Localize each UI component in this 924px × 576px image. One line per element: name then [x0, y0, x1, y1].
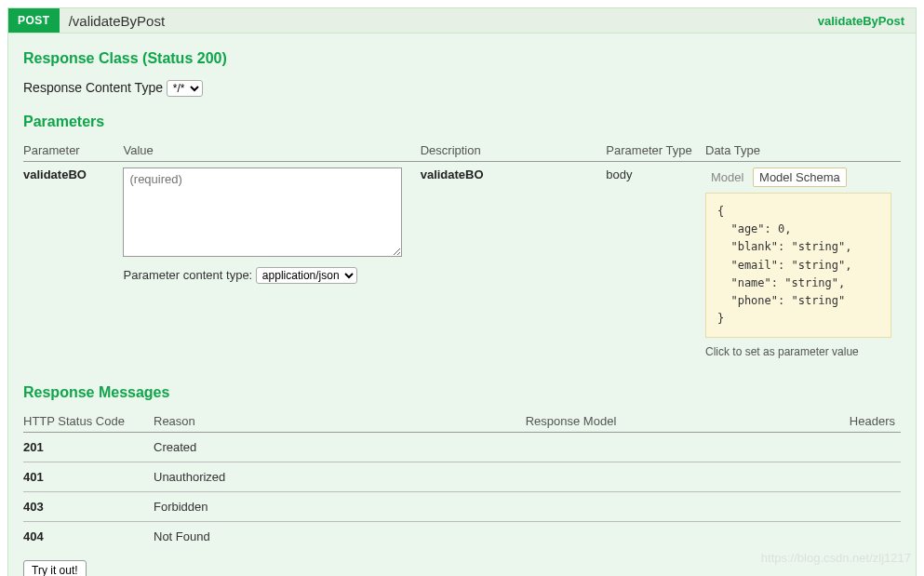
- resp-reason: Not Found: [154, 522, 358, 552]
- response-content-type-row: Response Content Type */*: [23, 80, 901, 97]
- col-status-code: HTTP Status Code: [23, 410, 154, 433]
- param-name-cell: validateBO: [23, 162, 123, 365]
- parameters-heading: Parameters: [23, 114, 901, 130]
- operation-header[interactable]: POST /validateByPost validateByPost: [7, 7, 917, 33]
- response-class-heading: Response Class (Status 200): [23, 50, 901, 67]
- resp-row: 404 Not Found: [23, 522, 901, 552]
- endpoint-path: /validateByPost: [60, 13, 818, 29]
- resp-reason: Created: [154, 433, 358, 462]
- resp-reason: Forbidden: [154, 492, 358, 522]
- col-description: Description: [421, 140, 607, 162]
- resp-row: 201 Created: [23, 433, 901, 462]
- operation-name: validateByPost: [818, 14, 916, 28]
- response-content-type-select[interactable]: */*: [167, 80, 203, 97]
- param-content-type-label: Parameter content type:: [123, 268, 252, 282]
- param-content-type-select[interactable]: application/json: [256, 267, 357, 284]
- param-value-input[interactable]: [123, 167, 402, 257]
- resp-code: 201: [23, 433, 154, 462]
- data-type-tabs: Model Model Schema: [705, 167, 891, 187]
- col-response-model: Response Model: [358, 410, 789, 433]
- resp-code: 404: [23, 522, 154, 552]
- response-messages-heading: Response Messages: [23, 384, 901, 401]
- col-data-type: Data Type: [705, 140, 901, 162]
- param-content-type-row: Parameter content type: application/json: [123, 267, 410, 284]
- response-messages-table: HTTP Status Code Reason Response Model H…: [23, 410, 901, 551]
- param-type-cell: body: [606, 162, 705, 365]
- operation-panel: Response Class (Status 200) Response Con…: [7, 33, 917, 576]
- tab-model[interactable]: Model: [705, 168, 749, 186]
- http-method-badge: POST: [8, 8, 60, 33]
- resp-code: 401: [23, 462, 154, 492]
- model-schema-box[interactable]: { "age": 0, "blank": "string", "email": …: [705, 193, 891, 338]
- parameter-row: validateBO Parameter content type: appli…: [23, 162, 901, 365]
- resp-row: 401 Unauthorized: [23, 462, 901, 492]
- col-reason: Reason: [154, 410, 358, 433]
- col-headers: Headers: [789, 410, 901, 433]
- resp-reason: Unauthorized: [154, 462, 358, 492]
- set-as-param-hint[interactable]: Click to set as parameter value: [705, 345, 891, 358]
- resp-row: 403 Forbidden: [23, 492, 901, 522]
- tab-model-schema[interactable]: Model Schema: [753, 167, 847, 187]
- col-parameter: Parameter: [23, 140, 123, 162]
- resp-code: 403: [23, 492, 154, 522]
- parameters-table: Parameter Value Description Parameter Ty…: [23, 140, 901, 364]
- response-content-type-label: Response Content Type: [23, 80, 163, 95]
- try-it-out-button[interactable]: Try it out!: [23, 560, 87, 576]
- col-param-type: Parameter Type: [606, 140, 705, 162]
- col-value: Value: [123, 140, 420, 162]
- param-description-cell: validateBO: [421, 162, 607, 365]
